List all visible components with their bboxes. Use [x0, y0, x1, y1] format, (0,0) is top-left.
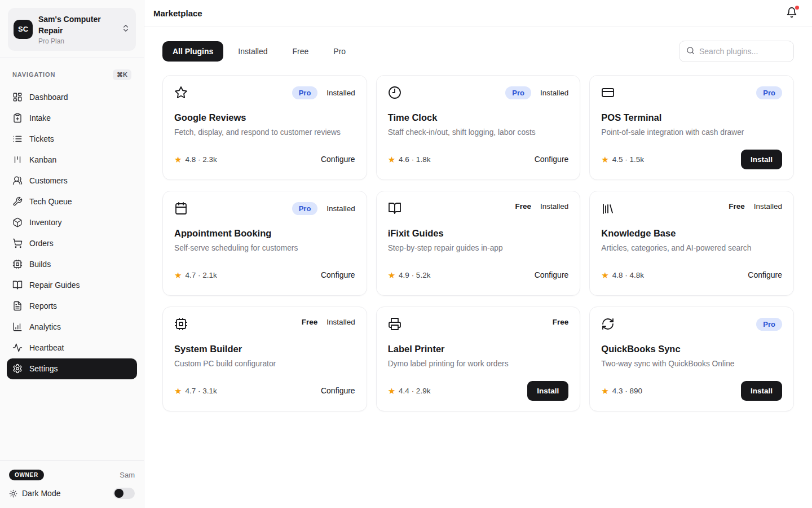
- activity-icon: [12, 343, 23, 353]
- tab-installed[interactable]: Installed: [228, 41, 277, 62]
- users-icon: [12, 176, 23, 186]
- rating-text: 4.7 · 3.1k: [185, 387, 217, 395]
- plugin-description: Point-of-sale integration with cash draw…: [601, 127, 782, 138]
- clipboard-plus-icon: [12, 113, 23, 123]
- configure-button[interactable]: Configure: [321, 386, 355, 395]
- sidebar-item-reports[interactable]: Reports: [7, 296, 137, 317]
- installed-badge: Installed: [540, 202, 568, 211]
- sidebar-item-customers[interactable]: Customers: [7, 170, 137, 191]
- configure-button[interactable]: Configure: [321, 270, 355, 279]
- plugin-name: Knowledge Base: [601, 228, 782, 239]
- installed-badge: Installed: [326, 318, 355, 326]
- pro-badge: Pro: [756, 86, 782, 99]
- configure-button[interactable]: Configure: [535, 270, 569, 279]
- sidebar-item-kanban[interactable]: Kanban: [7, 150, 137, 170]
- sidebar-item-label: Tech Queue: [29, 197, 72, 206]
- free-badge: Free: [515, 202, 532, 211]
- navigation-label: NAVIGATION: [12, 71, 55, 78]
- sidebar-item-inventory[interactable]: Inventory: [7, 212, 137, 233]
- app-root: SC Sam's Computer Repair Pro Plan NAVIGA…: [0, 0, 812, 508]
- sidebar-item-label: Tickets: [29, 134, 54, 143]
- sidebar-item-label: Dashboard: [29, 93, 68, 102]
- sidebar-footer: OWNER Sam Dark Mode: [0, 460, 144, 508]
- free-badge: Free: [302, 318, 318, 326]
- sidebar-item-label: Kanban: [29, 155, 56, 164]
- sidebar-item-tickets[interactable]: Tickets: [7, 129, 137, 150]
- plugin-grid: Pro Installed Google Reviews Fetch, disp…: [162, 75, 794, 411]
- package-icon: [12, 217, 23, 227]
- sidebar-item-analytics[interactable]: Analytics: [7, 317, 137, 338]
- rating-text: 4.8 · 2.3k: [185, 155, 217, 164]
- library-icon: [601, 202, 615, 215]
- rating-star-icon: ★: [174, 271, 182, 279]
- plugin-card-ifixit-guides: Free Installed iFixit Guides Step-by-ste…: [376, 191, 581, 296]
- nav-section: NAVIGATION ⌘K Dashboard Intake Tickets K…: [0, 58, 144, 460]
- pro-badge: Pro: [292, 202, 318, 215]
- command-k-shortcut-badge: ⌘K: [113, 69, 131, 80]
- sidebar-item-tech-queue[interactable]: Tech Queue: [7, 191, 137, 212]
- sidebar-item-dashboard[interactable]: Dashboard: [7, 87, 137, 108]
- file-text-icon: [12, 301, 23, 311]
- rating-star-icon: ★: [601, 271, 608, 279]
- plugin-name: iFixit Guides: [388, 228, 569, 239]
- plugin-rating: ★4.4 · 2.9k: [388, 387, 431, 395]
- plugin-name: Appointment Booking: [174, 228, 355, 239]
- rating-star-icon: ★: [174, 387, 182, 395]
- cpu-icon: [174, 317, 188, 331]
- sidebar-item-label: Intake: [29, 113, 51, 122]
- rating-star-icon: ★: [601, 387, 608, 395]
- free-badge: Free: [729, 202, 745, 211]
- search-input[interactable]: [699, 47, 787, 56]
- dark-mode-toggle[interactable]: [113, 488, 135, 499]
- install-button[interactable]: Install: [741, 381, 782, 401]
- sidebar-item-label: Heartbeat: [29, 343, 64, 352]
- plugin-description: Custom PC build configurator: [174, 358, 355, 369]
- chevrons-up-down-icon: [121, 24, 130, 35]
- plugin-rating: ★4.9 · 5.2k: [388, 271, 431, 279]
- configure-button[interactable]: Configure: [748, 270, 782, 279]
- installed-badge: Installed: [540, 89, 568, 97]
- rating-text: 4.4 · 2.9k: [399, 387, 430, 395]
- install-button[interactable]: Install: [741, 150, 782, 169]
- configure-button[interactable]: Configure: [321, 155, 355, 164]
- role-badge: OWNER: [9, 470, 44, 480]
- free-badge: Free: [553, 318, 569, 326]
- sidebar-item-settings[interactable]: Settings: [7, 358, 137, 379]
- plugin-description: Fetch, display, and respond to customer …: [174, 127, 355, 138]
- rating-text: 4.9 · 5.2k: [399, 271, 430, 279]
- plugin-card-quickbooks-sync: Pro QuickBooks Sync Two-way sync with Qu…: [589, 306, 794, 411]
- plugin-description: Step-by-step repair guides in-app: [388, 243, 569, 253]
- book-open-icon: [388, 202, 401, 215]
- sidebar-item-repair-guides[interactable]: Repair Guides: [7, 275, 137, 296]
- configure-button[interactable]: Configure: [535, 155, 569, 164]
- cpu-icon: [12, 259, 23, 269]
- plugin-rating: ★4.7 · 2.1k: [174, 271, 217, 279]
- workspace-switcher[interactable]: SC Sam's Computer Repair Pro Plan: [8, 8, 136, 51]
- sidebar-item-orders[interactable]: Orders: [7, 233, 137, 254]
- install-button[interactable]: Install: [527, 381, 568, 401]
- workspace-name: Sam's Computer Repair: [38, 14, 116, 37]
- sidebar-item-heartbeat[interactable]: Heartbeat: [7, 338, 137, 358]
- top-bar: Marketplace: [144, 0, 812, 27]
- sidebar-item-builds[interactable]: Builds: [7, 254, 137, 275]
- list-icon: [12, 134, 23, 144]
- tab-free[interactable]: Free: [283, 41, 319, 62]
- notifications-button[interactable]: [785, 6, 798, 21]
- plugin-name: System Builder: [174, 344, 355, 354]
- sync-icon: [601, 317, 615, 331]
- plugin-description: Self-serve scheduling for customers: [174, 243, 355, 253]
- tab-all-plugins[interactable]: All Plugins: [162, 41, 223, 62]
- plugin-name: Label Printer: [388, 344, 569, 354]
- workspace-plan: Pro Plan: [38, 37, 116, 45]
- plugin-description: Dymo label printing for work orders: [388, 358, 569, 369]
- toggle-knob: [114, 489, 123, 498]
- star-icon: [174, 86, 188, 99]
- filter-row: All Plugins Installed Free Pro: [162, 41, 794, 62]
- rating-star-icon: ★: [388, 271, 395, 279]
- tab-pro[interactable]: Pro: [323, 41, 356, 62]
- plugin-card-label-printer: Free Label Printer Dymo label printing f…: [376, 306, 581, 411]
- plugin-card-time-clock: Pro Installed Time Clock Staff check-in/…: [376, 75, 581, 180]
- rating-star-icon: ★: [174, 155, 182, 164]
- plugin-name: Time Clock: [388, 112, 569, 123]
- sidebar-item-intake[interactable]: Intake: [7, 108, 137, 129]
